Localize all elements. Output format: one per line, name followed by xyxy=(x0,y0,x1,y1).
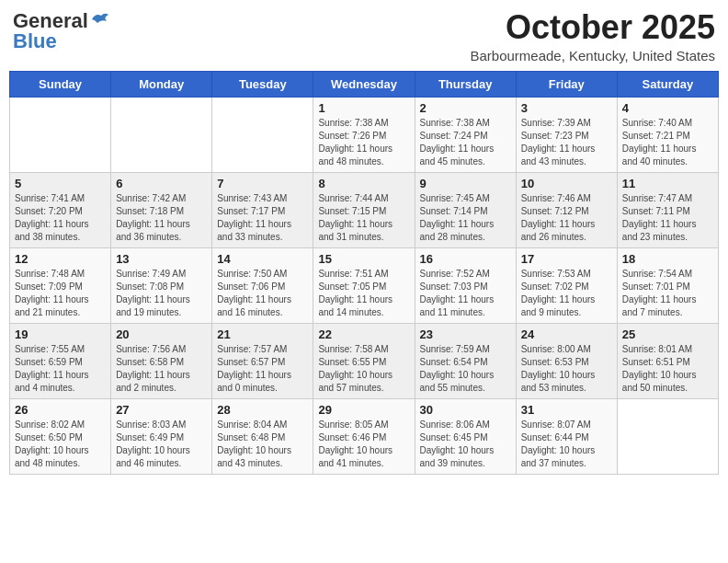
calendar-cell: 18Sunrise: 7:54 AM Sunset: 7:01 PM Dayli… xyxy=(617,247,718,323)
logo: General Blue xyxy=(13,9,110,53)
week-row-3: 12Sunrise: 7:48 AM Sunset: 7:09 PM Dayli… xyxy=(10,247,719,323)
day-info: Sunrise: 8:04 AM Sunset: 6:48 PM Dayligh… xyxy=(217,419,308,470)
day-info: Sunrise: 7:53 AM Sunset: 7:02 PM Dayligh… xyxy=(521,268,612,319)
calendar-cell: 24Sunrise: 8:00 AM Sunset: 6:53 PM Dayli… xyxy=(516,323,617,398)
day-number: 6 xyxy=(116,177,207,190)
day-number: 28 xyxy=(217,403,308,417)
day-info: Sunrise: 8:00 AM Sunset: 6:53 PM Dayligh… xyxy=(521,343,612,395)
day-info: Sunrise: 7:39 AM Sunset: 7:23 PM Dayligh… xyxy=(521,117,612,168)
month-title: October 2025 xyxy=(470,9,715,46)
location: Barbourmeade, Kentucky, United States xyxy=(470,48,715,63)
day-number: 29 xyxy=(318,403,409,417)
day-info: Sunrise: 7:43 AM Sunset: 7:17 PM Dayligh… xyxy=(217,192,308,244)
day-info: Sunrise: 7:47 AM Sunset: 7:11 PM Dayligh… xyxy=(622,192,713,244)
calendar-cell: 1Sunrise: 7:38 AM Sunset: 7:26 PM Daylig… xyxy=(313,97,415,172)
day-info: Sunrise: 8:06 AM Sunset: 6:45 PM Dayligh… xyxy=(420,419,511,470)
weekday-header-sunday: Sunday xyxy=(10,71,111,97)
day-info: Sunrise: 7:45 AM Sunset: 7:14 PM Dayligh… xyxy=(420,192,511,244)
day-number: 18 xyxy=(622,252,713,266)
calendar-cell xyxy=(617,398,718,474)
calendar-cell xyxy=(212,97,313,172)
weekday-header-tuesday: Tuesday xyxy=(212,71,313,97)
day-info: Sunrise: 8:07 AM Sunset: 6:44 PM Dayligh… xyxy=(521,419,612,470)
week-row-5: 26Sunrise: 8:02 AM Sunset: 6:50 PM Dayli… xyxy=(10,398,719,474)
day-number: 16 xyxy=(420,252,511,266)
day-number: 13 xyxy=(116,252,207,266)
calendar-cell: 5Sunrise: 7:41 AM Sunset: 7:20 PM Daylig… xyxy=(10,172,111,247)
calendar-cell: 19Sunrise: 7:55 AM Sunset: 6:59 PM Dayli… xyxy=(10,323,111,398)
day-number: 14 xyxy=(217,252,308,266)
day-info: Sunrise: 7:40 AM Sunset: 7:21 PM Dayligh… xyxy=(622,117,713,168)
calendar-cell: 8Sunrise: 7:44 AM Sunset: 7:15 PM Daylig… xyxy=(313,172,415,247)
logo-bird-icon xyxy=(90,12,110,27)
calendar-cell: 23Sunrise: 7:59 AM Sunset: 6:54 PM Dayli… xyxy=(415,323,516,398)
weekday-header-row: SundayMondayTuesdayWednesdayThursdayFrid… xyxy=(10,71,719,97)
day-info: Sunrise: 7:50 AM Sunset: 7:06 PM Dayligh… xyxy=(217,268,308,319)
day-number: 2 xyxy=(420,101,511,115)
calendar-cell: 15Sunrise: 7:51 AM Sunset: 7:05 PM Dayli… xyxy=(313,247,415,323)
week-row-1: 1Sunrise: 7:38 AM Sunset: 7:26 PM Daylig… xyxy=(10,97,719,172)
day-number: 1 xyxy=(318,101,409,115)
day-info: Sunrise: 7:52 AM Sunset: 7:03 PM Dayligh… xyxy=(420,268,511,319)
calendar-cell: 22Sunrise: 7:58 AM Sunset: 6:55 PM Dayli… xyxy=(313,323,415,398)
day-number: 22 xyxy=(318,327,409,341)
calendar-cell: 26Sunrise: 8:02 AM Sunset: 6:50 PM Dayli… xyxy=(10,398,111,474)
day-number: 27 xyxy=(116,403,207,417)
calendar-cell: 12Sunrise: 7:48 AM Sunset: 7:09 PM Dayli… xyxy=(10,247,111,323)
day-info: Sunrise: 7:44 AM Sunset: 7:15 PM Dayligh… xyxy=(318,192,409,244)
day-number: 7 xyxy=(217,177,308,190)
calendar-cell: 30Sunrise: 8:06 AM Sunset: 6:45 PM Dayli… xyxy=(415,398,516,474)
day-info: Sunrise: 7:46 AM Sunset: 7:12 PM Dayligh… xyxy=(521,192,612,244)
calendar-cell: 4Sunrise: 7:40 AM Sunset: 7:21 PM Daylig… xyxy=(617,97,718,172)
calendar-cell: 31Sunrise: 8:07 AM Sunset: 6:44 PM Dayli… xyxy=(516,398,617,474)
weekday-header-friday: Friday xyxy=(516,71,617,97)
day-number: 30 xyxy=(420,403,511,417)
day-number: 15 xyxy=(318,252,409,266)
calendar-cell: 28Sunrise: 8:04 AM Sunset: 6:48 PM Dayli… xyxy=(212,398,313,474)
day-info: Sunrise: 7:48 AM Sunset: 7:09 PM Dayligh… xyxy=(15,268,106,319)
calendar-cell: 16Sunrise: 7:52 AM Sunset: 7:03 PM Dayli… xyxy=(415,247,516,323)
page-header: General Blue October 2025 Barbourmeade, … xyxy=(9,9,719,63)
day-info: Sunrise: 7:38 AM Sunset: 7:26 PM Dayligh… xyxy=(318,117,409,168)
day-info: Sunrise: 7:57 AM Sunset: 6:57 PM Dayligh… xyxy=(217,343,308,395)
day-info: Sunrise: 7:38 AM Sunset: 7:24 PM Dayligh… xyxy=(420,117,511,168)
day-number: 21 xyxy=(217,327,308,341)
calendar: SundayMondayTuesdayWednesdayThursdayFrid… xyxy=(9,71,719,475)
day-info: Sunrise: 7:51 AM Sunset: 7:05 PM Dayligh… xyxy=(318,268,409,319)
day-number: 4 xyxy=(622,101,713,115)
day-info: Sunrise: 8:03 AM Sunset: 6:49 PM Dayligh… xyxy=(116,419,207,470)
weekday-header-saturday: Saturday xyxy=(617,71,718,97)
calendar-cell: 10Sunrise: 7:46 AM Sunset: 7:12 PM Dayli… xyxy=(516,172,617,247)
week-row-4: 19Sunrise: 7:55 AM Sunset: 6:59 PM Dayli… xyxy=(10,323,719,398)
weekday-header-wednesday: Wednesday xyxy=(313,71,415,97)
calendar-cell: 11Sunrise: 7:47 AM Sunset: 7:11 PM Dayli… xyxy=(617,172,718,247)
day-number: 20 xyxy=(116,327,207,341)
calendar-cell: 25Sunrise: 8:01 AM Sunset: 6:51 PM Dayli… xyxy=(617,323,718,398)
day-number: 5 xyxy=(15,177,106,190)
day-number: 9 xyxy=(420,177,511,190)
calendar-cell: 21Sunrise: 7:57 AM Sunset: 6:57 PM Dayli… xyxy=(212,323,313,398)
day-info: Sunrise: 7:42 AM Sunset: 7:18 PM Dayligh… xyxy=(116,192,207,244)
day-info: Sunrise: 7:58 AM Sunset: 6:55 PM Dayligh… xyxy=(318,343,409,395)
weekday-header-monday: Monday xyxy=(111,71,212,97)
title-area: October 2025 Barbourmeade, Kentucky, Uni… xyxy=(470,9,715,63)
day-number: 25 xyxy=(622,327,713,341)
calendar-cell: 20Sunrise: 7:56 AM Sunset: 6:58 PM Dayli… xyxy=(111,323,212,398)
calendar-cell: 29Sunrise: 8:05 AM Sunset: 6:46 PM Dayli… xyxy=(313,398,415,474)
calendar-cell xyxy=(111,97,212,172)
calendar-cell: 14Sunrise: 7:50 AM Sunset: 7:06 PM Dayli… xyxy=(212,247,313,323)
calendar-cell: 17Sunrise: 7:53 AM Sunset: 7:02 PM Dayli… xyxy=(516,247,617,323)
day-info: Sunrise: 7:59 AM Sunset: 6:54 PM Dayligh… xyxy=(420,343,511,395)
day-info: Sunrise: 7:49 AM Sunset: 7:08 PM Dayligh… xyxy=(116,268,207,319)
calendar-cell: 9Sunrise: 7:45 AM Sunset: 7:14 PM Daylig… xyxy=(415,172,516,247)
day-info: Sunrise: 8:01 AM Sunset: 6:51 PM Dayligh… xyxy=(622,343,713,395)
day-info: Sunrise: 7:56 AM Sunset: 6:58 PM Dayligh… xyxy=(116,343,207,395)
logo-blue: Blue xyxy=(13,29,57,53)
calendar-cell: 3Sunrise: 7:39 AM Sunset: 7:23 PM Daylig… xyxy=(516,97,617,172)
day-number: 8 xyxy=(318,177,409,190)
calendar-cell: 27Sunrise: 8:03 AM Sunset: 6:49 PM Dayli… xyxy=(111,398,212,474)
day-number: 31 xyxy=(521,403,612,417)
day-info: Sunrise: 8:05 AM Sunset: 6:46 PM Dayligh… xyxy=(318,419,409,470)
calendar-cell: 7Sunrise: 7:43 AM Sunset: 7:17 PM Daylig… xyxy=(212,172,313,247)
calendar-cell: 13Sunrise: 7:49 AM Sunset: 7:08 PM Dayli… xyxy=(111,247,212,323)
